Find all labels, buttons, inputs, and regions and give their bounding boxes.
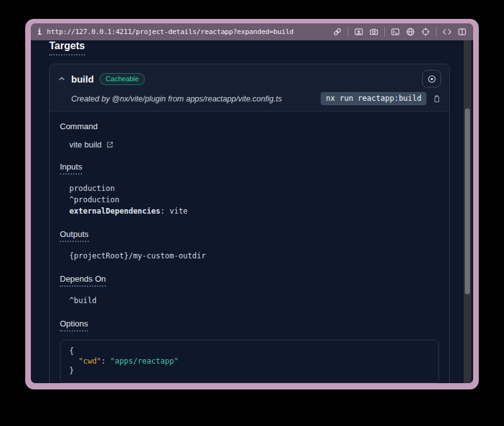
outputs-list: {projectRoot}/my-custom-outdir	[69, 250, 439, 262]
created-by-text: Created by @nx/vite/plugin from apps/rea…	[71, 95, 282, 103]
eye-icon	[427, 74, 437, 84]
split-panel-icon[interactable]	[457, 27, 467, 37]
crosshair-icon[interactable]	[421, 27, 430, 37]
globe-icon[interactable]	[406, 27, 415, 37]
input-item: externalDependencies: vite	[69, 205, 439, 217]
download-icon[interactable]	[354, 27, 364, 37]
chevron-up-icon[interactable]	[58, 75, 66, 83]
browser-window: i http://127.0.0.1:4211/project-details/…	[25, 19, 479, 389]
page-title: Targets	[49, 40, 85, 55]
browser-toolbar: i http://127.0.0.1:4211/project-details/…	[31, 23, 473, 40]
depends-on-list: ^build	[69, 295, 439, 306]
target-name: build	[71, 74, 94, 84]
toolbar-divider	[348, 27, 348, 37]
cacheable-badge: Cacheable	[100, 73, 146, 85]
options-heading[interactable]: Options	[60, 319, 88, 331]
json-line: }	[69, 366, 430, 376]
code-icon[interactable]	[442, 27, 452, 37]
inputs-list: production ^production externalDependenc…	[69, 183, 439, 217]
toolbar-divider	[384, 27, 385, 37]
command-value-row: vite build	[69, 140, 439, 149]
view-target-button[interactable]	[422, 70, 441, 88]
depends-on-heading[interactable]: Depends On	[60, 274, 106, 287]
info-icon[interactable]: i	[37, 28, 42, 37]
input-item: ^production	[69, 194, 439, 205]
depends-on-item: ^build	[69, 295, 439, 306]
link-icon[interactable]	[333, 27, 342, 37]
toolbar-actions	[333, 27, 467, 37]
outputs-heading[interactable]: Outputs	[60, 229, 89, 242]
command-value: vite build	[69, 140, 101, 149]
external-link-icon[interactable]	[106, 141, 114, 149]
build-card-body: Command vite build Inputs production ^pr…	[50, 112, 449, 383]
project-details-page: Targets build Cacheable	[31, 40, 473, 383]
url-text[interactable]: http://127.0.0.1:4211/project-details/re…	[47, 28, 294, 36]
options-json-box: { "cwd": "apps/reactapp" }	[60, 340, 439, 383]
scrollbar-thumb[interactable]	[465, 108, 470, 294]
build-card-header[interactable]: build Cacheable Created by @nx/vite/plug…	[50, 64, 449, 112]
desktop-background: i http://127.0.0.1:4211/project-details/…	[0, 0, 504, 426]
copy-icon[interactable]	[432, 95, 441, 103]
run-command-chip[interactable]: nx run reactapp:build	[321, 92, 427, 105]
output-item: {projectRoot}/my-custom-outdir	[69, 250, 439, 262]
toolbar-divider	[436, 27, 437, 37]
terminal-icon[interactable]	[391, 27, 400, 37]
json-line: {	[69, 347, 430, 357]
target-card-build: build Cacheable Created by @nx/vite/plug…	[49, 64, 450, 383]
command-heading: Command	[60, 122, 98, 131]
inputs-heading[interactable]: Inputs	[60, 162, 82, 175]
json-line: "cwd": "apps/reactapp"	[69, 357, 430, 367]
camera-icon[interactable]	[369, 27, 379, 37]
input-item: production	[69, 183, 439, 194]
